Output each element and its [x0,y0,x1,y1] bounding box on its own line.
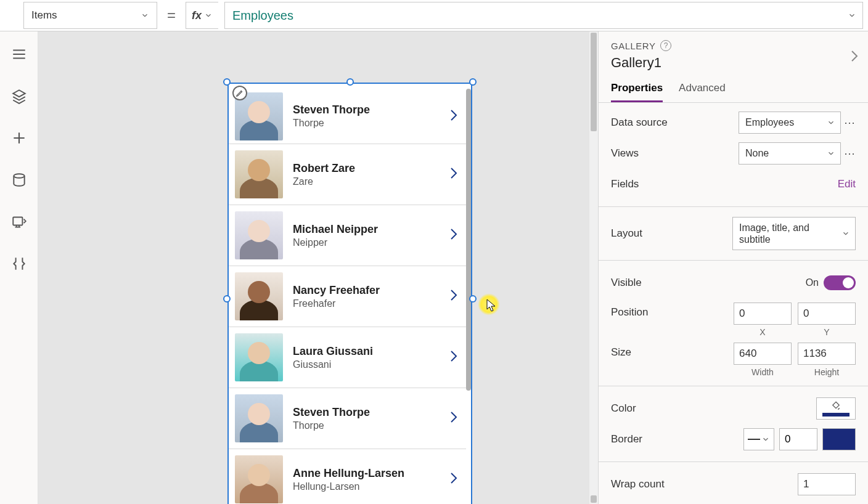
gallery-row[interactable]: Steven ThorpeThorpe [229,388,466,449]
edit-template-button[interactable] [232,86,247,100]
property-selector[interactable]: Items [23,2,157,29]
row-chevron[interactable] [449,349,459,366]
tools-button[interactable] [9,253,30,274]
label-fields: Fields [611,178,838,190]
label-x: X [760,327,765,337]
views-select[interactable]: None [739,142,841,165]
resize-handle[interactable] [346,78,354,86]
wrap-count-input[interactable] [798,473,856,495]
resize-handle[interactable] [469,78,477,86]
scrollbar-thumb[interactable] [591,33,597,131]
data-source-more[interactable]: ⋯ [843,116,856,129]
scrollbar-thumb[interactable] [591,495,597,503]
row-chevron[interactable] [449,108,459,125]
divider [599,206,868,207]
row-subtitle: Hellung-Larsen [293,481,449,492]
label-border: Border [611,433,743,445]
row-layout: Layout Image, title, and subtitle [611,218,856,249]
gallery-row[interactable]: Anne Hellung-LarsenHellung-Larsen [229,449,466,504]
properties-panel: GALLERY ? Gallery1 Properties Advanced D… [598,31,868,504]
gallery-row[interactable]: Nancy FreehaferFreehafer [229,266,466,327]
row-title: Anne Hellung-Larsen [293,467,449,480]
size-width-input[interactable] [734,343,792,365]
row-subtitle: Neipper [293,237,449,248]
row-text: Robert ZareZare [283,162,449,187]
canvas-scrollbar[interactable] [589,31,598,504]
row-subtitle: Thorpe [293,118,449,129]
row-border: Border [611,428,856,450]
chevron-right-icon [449,410,459,425]
gallery-row[interactable]: Robert ZareZare [229,144,466,205]
resize-handle[interactable] [223,295,231,303]
tree-view-button[interactable] [9,86,30,107]
svg-rect-1 [13,217,22,225]
position-x-input[interactable] [734,303,792,325]
visible-toggle[interactable] [824,275,856,290]
data-button[interactable] [9,169,30,190]
resize-handle[interactable] [223,78,231,86]
views-more[interactable]: ⋯ [843,147,856,160]
plus-icon [11,130,27,146]
hamburger-button[interactable] [9,44,30,65]
row-wrap-count: Wrap count [611,473,856,495]
resize-handle[interactable] [469,295,477,303]
row-chevron[interactable] [449,166,459,183]
border-color-picker[interactable] [822,428,856,450]
gallery-scrollbar[interactable] [466,89,471,391]
data-source-select[interactable]: Employees [739,112,841,134]
label-y: Y [824,327,829,337]
avatar [235,272,283,320]
gallery-body: Steven ThorpeThorpeRobert ZareZareMichae… [229,84,471,504]
border-style-select[interactable] [743,428,774,450]
equals-label: = [163,7,179,24]
gallery-row[interactable]: Laura GiussaniGiussani [229,327,466,388]
row-position: Position X Y [611,303,856,335]
color-picker[interactable] [816,397,856,420]
chevron-right-icon[interactable] [850,49,859,63]
avatar [235,150,283,198]
gallery-row[interactable]: Steven ThorpeThorpe [229,89,466,144]
row-chevron[interactable] [449,410,459,427]
row-chevron[interactable] [449,288,459,305]
chevron-down-icon [761,435,770,444]
insert-button[interactable] [9,128,30,148]
canvas[interactable]: Steven ThorpeThorpeRobert ZareZareMichae… [38,31,598,504]
row-subtitle: Zare [293,176,449,187]
border-line-preview [748,439,760,440]
media-button[interactable] [9,211,30,232]
formula-input[interactable]: Employees [224,2,863,29]
row-data-source: Data source Employees ⋯ [611,112,856,134]
tab-advanced[interactable]: Advanced [679,82,726,102]
label-position: Position [611,303,734,319]
label-wrap-count: Wrap count [611,478,798,490]
label-color: Color [611,402,816,415]
fx-button[interactable]: fx [186,2,218,29]
label-views: Views [611,147,739,160]
chevron-right-icon [449,471,459,486]
position-y-input[interactable] [798,303,856,325]
gallery-control[interactable]: Steven ThorpeThorpeRobert ZareZareMichae… [227,83,472,504]
row-chevron[interactable] [449,471,459,488]
row-title: Steven Thorpe [293,104,449,116]
fields-edit-link[interactable]: Edit [838,178,856,190]
row-fields: Fields Edit [611,173,856,195]
border-width-input[interactable] [779,428,817,450]
avatar [235,333,283,381]
panel-header: GALLERY ? Gallery1 [599,31,868,73]
divider [599,386,868,386]
help-icon[interactable]: ? [660,40,671,51]
gallery-row[interactable]: Michael NeipperNeipper [229,205,466,266]
left-rail [0,31,38,504]
size-height-input[interactable] [798,343,856,365]
row-chevron[interactable] [449,227,459,244]
chevron-down-icon [827,149,835,158]
divider [599,461,868,462]
tab-properties[interactable]: Properties [611,82,663,102]
chevron-down-icon[interactable] [848,11,856,20]
row-text: Laura GiussaniGiussani [283,345,449,370]
avatar [235,394,283,442]
layout-select[interactable]: Image, title, and subtitle [732,217,856,250]
layout-value: Image, title, and subtitle [739,222,841,245]
row-title: Nancy Freehafer [293,284,449,297]
property-selector-label: Items [31,9,57,22]
